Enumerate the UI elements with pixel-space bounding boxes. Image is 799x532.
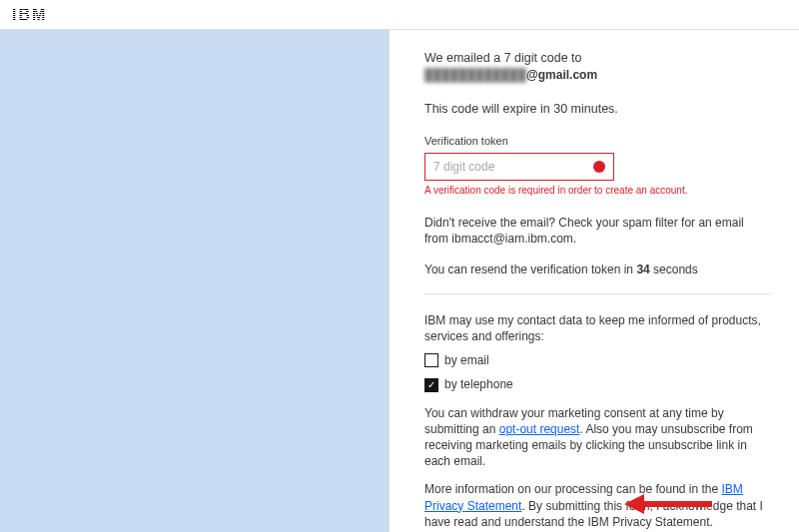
illustration-panel <box>0 30 390 532</box>
expire-text: This code will expire in 30 minutes. <box>424 101 771 118</box>
body: We emailed a 7 digit code to ███████████… <box>0 30 799 532</box>
token-input[interactable] <box>433 160 571 174</box>
check-icon: ✓ <box>427 380 435 390</box>
consent-intro: IBM may use my contact data to keep me i… <box>424 312 771 344</box>
consent-email-checkbox[interactable] <box>424 353 438 367</box>
privacy-para: More information on our processing can b… <box>424 481 771 530</box>
emailed-line: We emailed a 7 digit code to <box>424 50 771 67</box>
email-masked: ████████████ <box>424 68 526 82</box>
token-input-wrap <box>424 153 614 181</box>
verify-form: We emailed a 7 digit code to ███████████… <box>424 30 799 532</box>
warning-icon <box>593 161 605 173</box>
consent-phone-label: by telephone <box>444 376 513 392</box>
withdraw-para: You can withdraw your marketing consent … <box>424 405 771 470</box>
consent-email-label: by email <box>444 352 489 368</box>
email-suffix: @gmail.com <box>526 68 597 82</box>
global-header: IBM <box>0 0 799 30</box>
resend-suffix: seconds <box>650 263 698 276</box>
token-label: Verification token <box>424 134 771 149</box>
resend-prefix: You can resend the verification token in <box>424 263 636 276</box>
didnt-receive-text: Didn't receive the email? Check your spa… <box>424 215 771 247</box>
opt-out-link[interactable]: opt-out request <box>499 422 580 436</box>
resend-text: You can resend the verification token in… <box>424 262 771 277</box>
ibm-logo[interactable]: IBM <box>12 7 47 23</box>
section-divider <box>424 293 771 294</box>
gap <box>390 30 424 532</box>
annotation-arrow-icon <box>624 492 714 516</box>
resend-seconds: 34 <box>636 263 649 276</box>
consent-email-row: by email <box>424 352 771 368</box>
svg-marker-1 <box>624 494 644 514</box>
consent-phone-checkbox[interactable]: ✓ <box>424 378 438 392</box>
consent-phone-row: ✓ by telephone <box>424 376 771 392</box>
target-email: ████████████@gmail.com <box>424 67 771 83</box>
token-error: A verification code is required in order… <box>424 184 771 198</box>
